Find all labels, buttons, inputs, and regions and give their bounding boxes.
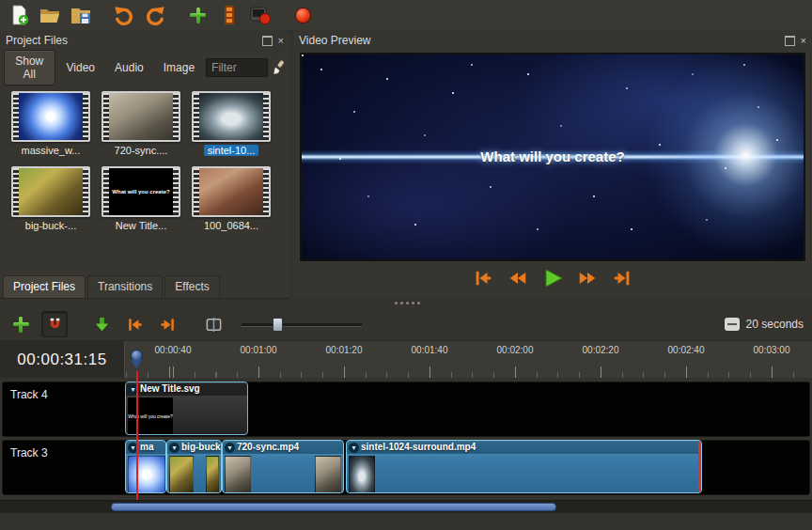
record-icon [295,8,311,23]
play-button[interactable] [541,267,564,289]
tab-transitions[interactable]: Transitions [87,275,163,298]
open-project-button[interactable] [38,4,61,27]
clapper-icon [249,4,272,26]
project-files-grid: massive_w... 720-sync.... sintel-10... b… [6,88,284,239]
timeline-zoom-slider[interactable] [242,316,362,333]
clip-thumbnail [315,456,341,493]
clear-filter-brush-icon[interactable] [271,58,286,77]
file-thumbnail [11,91,90,142]
rewind-icon [508,268,528,288]
zoom-scale-icon[interactable] [724,317,741,332]
jump-to-end-button[interactable] [611,267,633,289]
undock-icon[interactable] [785,36,795,46]
clip-menu-icon[interactable]: ▾ [349,443,359,453]
video-preview-area: What will you create? [300,53,805,261]
project-files-header: Project Files × [0,30,289,51]
jump-to-start-button[interactable] [472,267,494,289]
center-on-playhead-button[interactable] [201,312,226,336]
filter-image-button[interactable]: Image [155,56,203,79]
jump-start-icon [473,268,493,288]
choose-profile-button[interactable] [217,4,241,27]
clip-thumbnail [349,456,375,493]
jump-end-icon [612,268,632,288]
timeline-toolbar: 20 seconds [0,310,812,338]
file-filter-bar: Show All Video Audio Image [4,53,286,83]
file-thumbnail [192,166,271,217]
clip-720-sync[interactable]: ▾ 720-sync.mp4 [222,440,344,493]
filter-audio-button[interactable]: Audio [106,56,152,79]
file-thumbnail [102,91,180,142]
add-track-button[interactable] [8,312,33,336]
clip-label: ma [140,442,153,452]
clip-label: New Title.svg [140,383,200,394]
clip-big-buck[interactable]: ▾ big-buck- [166,440,222,493]
timeline-ruler: 00:00:31:15 00:00:40 00:01:00 00:01:20 0… [0,340,812,379]
project-files-title: Project Files [6,34,68,47]
clip-label: big-buck- [181,442,222,452]
film-strip-icon [218,4,241,26]
file-item[interactable]: massive_w... [6,88,96,164]
clip-sintel[interactable]: ▾ sintel-1024-surround.mp4 [346,440,702,493]
filter-show-all-button[interactable]: Show All [4,50,55,86]
slider-handle[interactable] [273,318,283,332]
timeline-scrollbar[interactable] [0,500,812,513]
save-icon [70,4,92,26]
playhead-tip-icon [131,360,142,368]
ruler-scale[interactable]: 00:00:40 00:01:00 00:01:20 00:01:40 00:0… [124,341,812,379]
undo-icon [113,4,135,26]
next-marker-icon [159,316,177,334]
clip-thumbnail [206,456,219,493]
file-item[interactable]: 100_0684... [186,164,276,239]
file-item[interactable]: big-buck-... [6,164,96,239]
import-files-button[interactable] [186,4,210,27]
open-folder-icon [39,4,61,26]
close-icon[interactable]: × [278,36,284,46]
fast-forward-icon [577,268,598,288]
center-playhead-icon [205,316,223,334]
undo-button[interactable] [112,4,135,27]
ruler-label: 00:02:20 [583,345,619,355]
redo-button[interactable] [143,4,166,27]
project-files-panel: Project Files × Show All Video Audio Ima… [0,30,289,299]
redo-icon [144,4,166,26]
ruler-label: 00:00:40 [155,345,192,355]
plus-icon [189,7,207,24]
undock-icon[interactable] [262,36,273,46]
clip-trim-handle[interactable] [698,441,701,492]
clip-menu-icon[interactable]: ▾ [225,443,235,453]
ruler-label: 00:02:40 [668,345,705,355]
filter-input[interactable] [206,58,268,77]
tab-effects[interactable]: Effects [164,275,219,298]
splitter-handle-icon[interactable] [406,302,409,304]
save-project-button[interactable] [69,4,92,27]
file-item-selected[interactable]: sintel-10... [186,88,276,164]
export-video-button[interactable] [291,4,315,27]
previous-marker-button[interactable] [122,312,147,336]
ruler-label: 00:01:00 [241,345,277,355]
fast-forward-button[interactable] [576,267,599,289]
ruler-label: 00:01:40 [412,345,448,355]
track-4-row[interactable]: Track 4 [2,382,810,437]
clip-new-title[interactable]: ▾ New Title.svg What will you create? [125,382,248,435]
new-project-button[interactable] [7,4,30,27]
play-icon [541,267,564,289]
filter-video-button[interactable]: Video [58,56,103,79]
scrollbar-thumb[interactable] [111,503,556,511]
clip-thumb-text: What will you create? [128,413,173,419]
timeline-tracks: Track 4 Track 3 ▾ New Title.svg What wil… [0,378,812,500]
main-toolbar [0,0,812,31]
close-icon[interactable]: × [801,36,806,46]
playhead-marker[interactable] [131,350,143,368]
clip-massive[interactable]: ▾ ma [125,440,166,493]
next-marker-button[interactable] [155,312,180,336]
ruler-label: 00:02:00 [497,345,534,355]
add-marker-button[interactable] [89,312,114,336]
rewind-button[interactable] [507,267,529,289]
snapping-toggle-button[interactable] [41,311,68,337]
clip-menu-icon[interactable]: ▾ [169,443,180,453]
file-item[interactable]: What will you create? New Title... [96,164,186,239]
file-item[interactable]: 720-sync.... [96,88,186,164]
animated-title-button[interactable] [248,4,272,27]
tab-project-files[interactable]: Project Files [3,275,86,298]
file-name: 100_0684... [204,220,258,231]
